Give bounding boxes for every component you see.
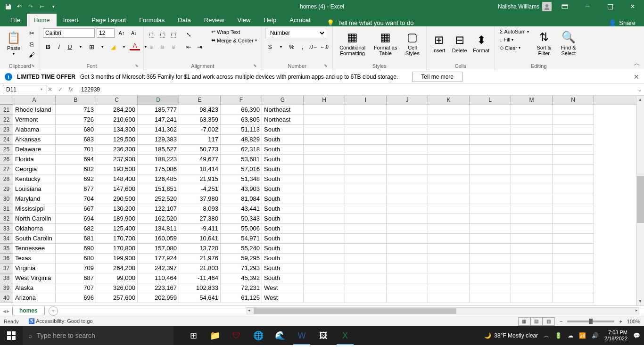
cell[interactable] (511, 105, 553, 115)
cell[interactable]: Mississippi (13, 204, 56, 214)
cell[interactable]: Alabama (13, 125, 56, 135)
cell[interactable] (470, 204, 511, 214)
underline-icon[interactable]: U (65, 41, 75, 52)
cell[interactable] (470, 155, 511, 165)
cell[interactable]: 185,527 (138, 145, 179, 155)
cell[interactable] (511, 155, 553, 165)
cell[interactable]: 175,086 (138, 165, 179, 174)
cell[interactable]: 43,441 (221, 204, 262, 214)
cell[interactable] (428, 234, 470, 244)
cell[interactable]: 157,080 (138, 244, 179, 254)
sort-filter-button[interactable]: ⇅Sort & Filter (533, 28, 555, 59)
cell[interactable] (511, 254, 553, 263)
word-icon[interactable]: W (291, 326, 312, 345)
undo-icon[interactable]: ↶ (14, 1, 25, 12)
minimize-icon[interactable]: ─ (578, 0, 597, 13)
cell[interactable]: 701 (56, 145, 96, 155)
cell[interactable] (470, 105, 511, 115)
cell[interactable] (387, 293, 428, 303)
cell[interactable]: 677 (56, 184, 96, 194)
number-format-select[interactable]: Number (265, 28, 326, 38)
font-name-input[interactable] (43, 28, 95, 38)
fx-icon[interactable]: fx (66, 85, 75, 94)
cell[interactable]: Arizona (13, 293, 56, 303)
zoom-out-icon[interactable]: − (560, 319, 562, 324)
cell[interactable] (511, 293, 553, 303)
cell[interactable] (470, 115, 511, 125)
border-icon[interactable]: ⊞ (86, 41, 97, 52)
fill-button[interactable]: ↓Fill ▾ (498, 36, 531, 43)
cell[interactable]: -9,411 (179, 224, 221, 234)
cell[interactable]: Georgia (13, 165, 56, 174)
scroll-thumb[interactable] (637, 176, 644, 223)
cell[interactable]: 692 (56, 174, 96, 184)
cell[interactable]: 53,681 (221, 155, 262, 165)
cell[interactable] (553, 125, 594, 135)
cell[interactable]: 223,167 (138, 283, 179, 293)
cell[interactable]: Maryland (13, 194, 56, 204)
row-header[interactable]: 21 (0, 105, 13, 115)
cell[interactable]: South (262, 263, 304, 273)
volume-icon[interactable]: 🔊 (592, 332, 599, 339)
merge-center-button[interactable]: ⬌Merge & Center ▾ (209, 36, 259, 44)
cell[interactable] (553, 293, 594, 303)
cell[interactable] (470, 254, 511, 263)
align-top-icon[interactable]: ⬚ (147, 29, 157, 40)
scroll-down-icon[interactable]: ▼ (636, 297, 644, 305)
zoom-slider[interactable] (567, 321, 614, 322)
cell[interactable]: 170,800 (96, 244, 138, 254)
clear-button[interactable]: ◇Clear ▾ (498, 44, 531, 52)
tab-help[interactable]: Help (257, 14, 283, 26)
touch-mode-icon[interactable]: ⤚ (37, 1, 47, 12)
cell[interactable]: 162,520 (138, 214, 179, 224)
cell[interactable]: 188,223 (138, 155, 179, 165)
cell[interactable] (470, 184, 511, 194)
cell[interactable]: 50,773 (179, 145, 221, 155)
cell[interactable]: 126,485 (138, 174, 179, 184)
cell[interactable]: 134,811 (138, 224, 179, 234)
copy-icon[interactable]: ⎘ (26, 39, 37, 49)
cell[interactable] (387, 194, 428, 204)
sheet-tab[interactable]: homes (12, 306, 45, 315)
cell[interactable]: South (262, 273, 304, 283)
cell[interactable] (428, 115, 470, 125)
col-header-I[interactable]: I (345, 96, 387, 105)
cell[interactable]: 257,600 (96, 293, 138, 303)
cell[interactable] (345, 115, 387, 125)
row-header[interactable]: 39 (0, 283, 13, 293)
row-header[interactable]: 30 (0, 194, 13, 204)
new-sheet-button[interactable]: + (49, 306, 58, 316)
qat-customize-icon[interactable]: ▾ (48, 1, 58, 12)
wifi-icon[interactable]: 📶 (579, 332, 586, 339)
cell[interactable]: Texas (13, 254, 56, 263)
cell[interactable]: Delaware (13, 145, 56, 155)
cell[interactable]: 690 (56, 244, 96, 254)
cell[interactable]: 72,231 (221, 283, 262, 293)
cell[interactable]: 37,980 (179, 194, 221, 204)
tab-page-layout[interactable]: Page Layout (85, 14, 132, 26)
cell[interactable]: 49,677 (179, 155, 221, 165)
cell[interactable]: 57,016 (221, 165, 262, 174)
cell[interactable] (345, 244, 387, 254)
align-right-icon[interactable]: ≡ (168, 41, 179, 52)
cell[interactable] (304, 135, 345, 145)
cell[interactable] (553, 145, 594, 155)
cell[interactable]: 27,380 (179, 214, 221, 224)
cell[interactable] (428, 194, 470, 204)
photos-icon[interactable]: 🖼 (313, 326, 334, 345)
cell[interactable]: 55,240 (221, 244, 262, 254)
cell[interactable] (345, 293, 387, 303)
cell[interactable] (387, 174, 428, 184)
cell[interactable]: South (262, 125, 304, 135)
redo-icon[interactable]: ↷ (25, 1, 36, 12)
cell[interactable]: 170,700 (96, 234, 138, 244)
cell[interactable]: Louisiana (13, 184, 56, 194)
cell[interactable]: South (262, 204, 304, 214)
italic-icon[interactable]: I (54, 41, 64, 52)
cell[interactable] (511, 184, 553, 194)
zoom-level[interactable]: 100% (627, 319, 640, 324)
percent-icon[interactable]: % (287, 41, 297, 52)
cut-icon[interactable]: ✂ (26, 28, 37, 38)
cell[interactable]: 290,500 (96, 194, 138, 204)
cell[interactable] (511, 224, 553, 234)
